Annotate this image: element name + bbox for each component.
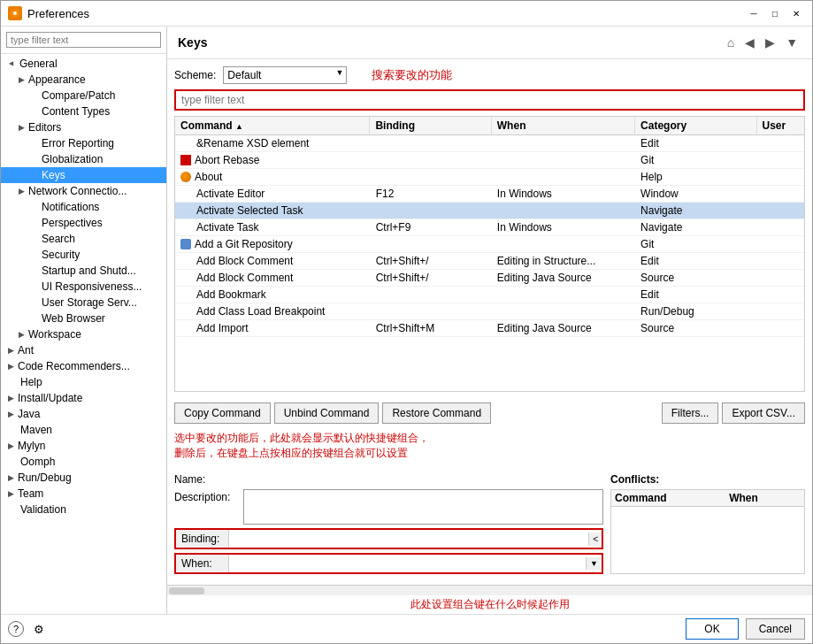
copy-command-button[interactable]: Copy Command xyxy=(174,402,271,424)
sidebar-item-search[interactable]: Search xyxy=(1,231,166,247)
details-right: Conflicts: Command When xyxy=(610,472,805,574)
sidebar-item-general[interactable]: ▼General xyxy=(1,56,166,72)
sidebar-item-notifications[interactable]: Notifications xyxy=(1,199,166,215)
tree-arrow-icon: ▶ xyxy=(8,346,14,355)
action-bar: Copy Command Unbind Command Restore Comm… xyxy=(174,397,805,426)
command-table: Command ▲ Binding When Category xyxy=(174,116,805,392)
sidebar-item-network-connections[interactable]: ▶Network Connectio... xyxy=(1,183,166,199)
sidebar-item-team[interactable]: ▶Team xyxy=(1,486,166,502)
row-command-text: Add Block Comment xyxy=(196,255,293,267)
sidebar-item-mylyn[interactable]: ▶Mylyn xyxy=(1,438,166,454)
sidebar-item-label: Globalization xyxy=(42,153,103,165)
sidebar-item-label: Validation xyxy=(20,503,66,516)
binding-clear-button[interactable]: < xyxy=(588,533,602,546)
binding-input[interactable] xyxy=(231,530,587,548)
settings-button[interactable]: ⚙ xyxy=(31,621,47,637)
sidebar-item-oomph[interactable]: Oomph xyxy=(1,454,166,470)
sidebar-item-label: Mylyn xyxy=(18,440,45,452)
cancel-button[interactable]: Cancel xyxy=(746,618,805,640)
table-row[interactable]: Add a Git RepositoryGit xyxy=(175,236,804,253)
sidebar-item-maven[interactable]: Maven xyxy=(1,422,166,438)
row-category-cell: Run/Debug xyxy=(635,303,756,319)
maximize-button[interactable]: □ xyxy=(766,4,784,22)
help-button[interactable]: ? xyxy=(8,621,24,637)
sidebar-item-help[interactable]: Help xyxy=(1,374,166,390)
row-user-cell xyxy=(756,242,804,246)
scheme-select[interactable]: Default Emacs xyxy=(223,66,347,84)
table-row[interactable]: Add ImportCtrl+Shift+MEditing Java Sourc… xyxy=(175,320,804,337)
close-button[interactable]: ✕ xyxy=(787,4,805,22)
sidebar-item-perspectives[interactable]: Perspectives xyxy=(1,215,166,231)
row-binding-cell xyxy=(371,293,492,296)
col-header-command[interactable]: Command ▲ xyxy=(175,117,370,134)
sidebar-item-ant[interactable]: ▶Ant xyxy=(1,342,166,358)
sidebar-item-user-storage[interactable]: User Storage Serv... xyxy=(1,295,166,310)
sidebar-item-validation[interactable]: Validation xyxy=(1,502,166,518)
nav-home-button[interactable]: ⌂ xyxy=(724,34,738,51)
col-header-when[interactable]: When xyxy=(492,117,635,134)
main-content: ▼General▶AppearanceCompare/PatchContent … xyxy=(1,27,812,614)
scheme-row: Scheme: Default Emacs 搜索要改的功能 xyxy=(174,66,805,84)
sidebar-item-error-reporting[interactable]: Error Reporting xyxy=(1,135,166,151)
description-textarea[interactable] xyxy=(243,489,603,525)
name-row: Name: xyxy=(174,472,603,486)
filters-button[interactable]: Filters... xyxy=(662,402,719,424)
table-row[interactable]: Add BookmarkEdit xyxy=(175,287,804,303)
table-row[interactable]: Add Block CommentCtrl+Shift+/Editing Jav… xyxy=(175,270,804,287)
sidebar-item-security[interactable]: Security xyxy=(1,247,166,263)
sidebar-item-compare-patch[interactable]: Compare/Patch xyxy=(1,88,166,104)
ok-button[interactable]: OK xyxy=(686,618,738,640)
when-select[interactable] xyxy=(231,555,584,572)
sidebar-item-label: Editors xyxy=(28,121,61,134)
unbind-command-button[interactable]: Unbind Command xyxy=(274,402,380,424)
col-header-user[interactable]: User xyxy=(757,117,804,134)
export-csv-button[interactable]: Export CSV... xyxy=(722,402,805,424)
horizontal-scrollbar[interactable] xyxy=(167,585,812,595)
table-row[interactable]: Activate TaskCtrl+F9In WindowsNavigate xyxy=(175,219,804,236)
col-header-binding[interactable]: Binding xyxy=(370,117,491,134)
nav-back-button[interactable]: ◀ xyxy=(741,34,758,51)
sidebar-item-web-browser[interactable]: Web Browser xyxy=(1,310,166,326)
table-row[interactable]: Activate EditorF12In WindowsWindow xyxy=(175,186,804,203)
minimize-button[interactable]: ─ xyxy=(745,4,763,22)
sidebar-item-java[interactable]: ▶Java xyxy=(1,406,166,422)
row-user-cell xyxy=(756,310,804,313)
restore-command-button[interactable]: Restore Command xyxy=(382,402,491,424)
keys-filter-input[interactable] xyxy=(174,89,805,111)
right-panel: Keys ⌂ ◀ ▶ ▼ Scheme: Default Emacs xyxy=(167,27,812,614)
sidebar-item-startup-shutdown[interactable]: Startup and Shutd... xyxy=(1,263,166,279)
sidebar-item-workspace[interactable]: ▶Workspace xyxy=(1,326,166,342)
table-row[interactable]: Add Block CommentCtrl+Shift+/Editing in … xyxy=(175,253,804,270)
sidebar-item-ui-responsiveness[interactable]: UI Responsiveness... xyxy=(1,279,166,295)
table-row[interactable]: AboutHelp xyxy=(175,169,804,186)
sidebar-item-appearance[interactable]: ▶Appearance xyxy=(1,72,166,88)
sidebar-filter-input[interactable] xyxy=(6,32,161,48)
sidebar-item-content-types[interactable]: Content Types xyxy=(1,104,166,119)
sidebar-item-label: Content Types xyxy=(42,105,110,118)
scroll-thumb[interactable] xyxy=(169,587,204,594)
details-area: Name: Description: Binding: < xyxy=(174,468,805,578)
nav-menu-button[interactable]: ▼ xyxy=(782,34,801,51)
scheme-label: Scheme: xyxy=(174,69,216,81)
sidebar-item-run-debug[interactable]: ▶Run/Debug xyxy=(1,470,166,486)
sidebar-item-editors[interactable]: ▶Editors xyxy=(1,119,166,135)
row-user-cell xyxy=(756,259,804,263)
table-row[interactable]: &Rename XSD elementEdit xyxy=(175,135,804,152)
sidebar-item-keys[interactable]: Keys xyxy=(1,167,166,183)
row-when-cell xyxy=(492,310,635,313)
nav-forward-button[interactable]: ▶ xyxy=(762,34,778,51)
col-header-category[interactable]: Category xyxy=(635,117,756,134)
sidebar-item-code-recommenders[interactable]: ▶Code Recommenders... xyxy=(1,358,166,374)
binding-label: Binding: xyxy=(176,530,229,548)
sidebar-item-label: UI Responsiveness... xyxy=(42,280,142,293)
table-row[interactable]: Abort RebaseGit xyxy=(175,152,804,169)
row-user-cell xyxy=(756,142,804,145)
sidebar-item-label: User Storage Serv... xyxy=(42,296,137,309)
table-row[interactable]: Activate Selected TaskNavigate xyxy=(175,203,804,219)
sidebar-item-globalization[interactable]: Globalization xyxy=(1,151,166,167)
sidebar-item-install-update[interactable]: ▶Install/Update xyxy=(1,390,166,406)
app-icon xyxy=(8,6,22,20)
table-row[interactable]: Add Class Load BreakpointRun/Debug xyxy=(175,303,804,320)
row-command-text: Add Class Load Breakpoint xyxy=(196,305,325,318)
row-category-cell: Navigate xyxy=(635,203,756,218)
